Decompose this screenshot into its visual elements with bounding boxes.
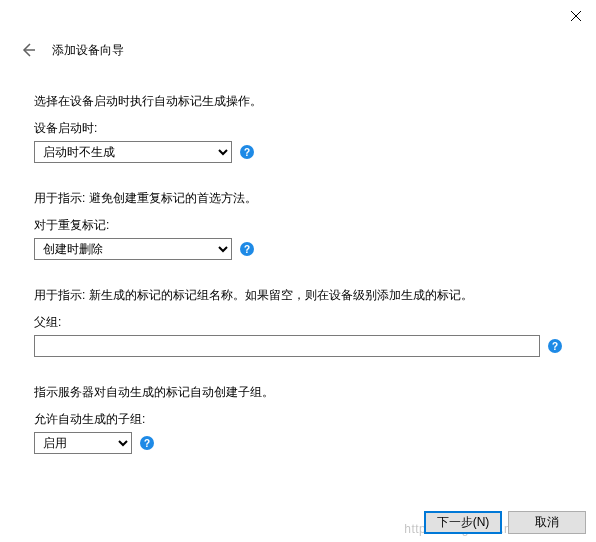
parent-desc: 用于指示: 新生成的标记的标记组名称。如果留空，则在设备级别添加生成的标记。 bbox=[34, 286, 562, 304]
section-subgroup: 指示服务器对自动生成的标记自动创建子组。 允许自动生成的子组: 启用 ? bbox=[34, 383, 562, 454]
subgroup-label: 允许自动生成的子组: bbox=[34, 411, 562, 428]
duplicate-select[interactable]: 创建时删除 bbox=[34, 238, 232, 260]
help-icon[interactable]: ? bbox=[548, 339, 562, 353]
subgroup-desc: 指示服务器对自动生成的标记自动创建子组。 bbox=[34, 383, 562, 401]
wizard-title: 添加设备向导 bbox=[52, 42, 124, 59]
duplicate-label: 对于重复标记: bbox=[34, 217, 562, 234]
section-duplicate: 用于指示: 避免创建重复标记的首选方法。 对于重复标记: 创建时删除 ? bbox=[34, 189, 562, 260]
startup-label: 设备启动时: bbox=[34, 120, 562, 137]
help-icon[interactable]: ? bbox=[240, 242, 254, 256]
parent-label: 父组: bbox=[34, 314, 562, 331]
back-button[interactable] bbox=[18, 40, 38, 60]
startup-select[interactable]: 启动时不生成 bbox=[34, 141, 232, 163]
help-icon[interactable]: ? bbox=[140, 436, 154, 450]
section-startup: 选择在设备启动时执行自动标记生成操作。 设备启动时: 启动时不生成 ? bbox=[34, 92, 562, 163]
startup-desc: 选择在设备启动时执行自动标记生成操作。 bbox=[34, 92, 562, 110]
section-parent: 用于指示: 新生成的标记的标记组名称。如果留空，则在设备级别添加生成的标记。 父… bbox=[34, 286, 562, 357]
cancel-button[interactable]: 取消 bbox=[508, 511, 586, 534]
close-icon bbox=[571, 11, 581, 21]
duplicate-desc: 用于指示: 避免创建重复标记的首选方法。 bbox=[34, 189, 562, 207]
parent-input[interactable] bbox=[34, 335, 540, 357]
back-arrow-icon bbox=[20, 42, 36, 58]
help-icon[interactable]: ? bbox=[240, 145, 254, 159]
close-button[interactable] bbox=[556, 2, 596, 30]
next-button[interactable]: 下一步(N) bbox=[424, 511, 502, 534]
subgroup-select[interactable]: 启用 bbox=[34, 432, 132, 454]
